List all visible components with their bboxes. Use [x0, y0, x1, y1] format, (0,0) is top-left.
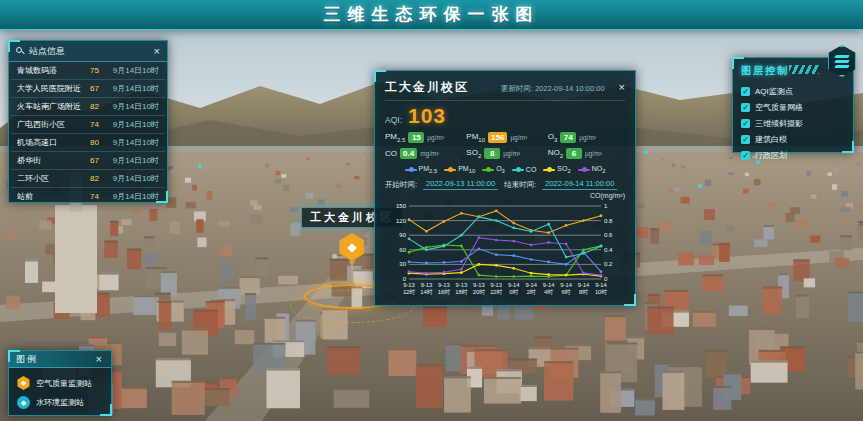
header-bar: 三维生态环保一张图 [0, 0, 863, 30]
checkbox-icon[interactable]: ✓ [741, 119, 750, 128]
svg-text:9-14: 9-14 [543, 282, 555, 288]
chart-legend-item[interactable]: PM10 [444, 165, 475, 174]
legend-item[interactable]: ◆水环境监测站 [17, 393, 103, 412]
station-row[interactable]: 火车站南广场附近829月14日10时 [11, 98, 165, 116]
pollutant-value-badge: 6 [566, 148, 582, 159]
popup-title: 工大金川校区 [385, 79, 469, 96]
svg-text:9-13: 9-13 [490, 282, 502, 288]
chart-legend-item[interactable]: SO2 [543, 165, 570, 174]
checkbox-icon[interactable]: ✓ [741, 135, 750, 144]
station-aqi-value: 74 [81, 192, 103, 201]
svg-text:9-14: 9-14 [508, 282, 520, 288]
legend-dot-icon [547, 167, 552, 172]
legend-marker-icon [405, 169, 417, 171]
station-row[interactable]: 机场高速口809月14日10时 [11, 134, 165, 152]
end-time-input[interactable]: 2022-09-14 11:00:00 [542, 179, 617, 190]
station-update-time: 9月14日10时 [103, 119, 159, 130]
layer-item[interactable]: ✓空气质量网格 [741, 99, 845, 115]
aqi-trend-chart[interactable]: 030609012015000.20.40.60.819-1312时9-1314… [385, 200, 627, 296]
pollutant-unit: µg/m³ [585, 150, 602, 157]
station-aqi-value: 75 [81, 66, 103, 75]
start-time-input[interactable]: 2022-09-13 11:00:00 [423, 179, 498, 190]
legend-dot-icon [582, 167, 587, 172]
layers-icon-bar [834, 55, 850, 58]
station-row[interactable]: 桥华街679月14日10时 [11, 152, 165, 170]
close-icon[interactable]: × [619, 82, 625, 93]
station-row[interactable]: 二环小区829月14日10时 [11, 170, 165, 188]
legend-marker-icon [482, 169, 494, 171]
pollutant-unit: µg/m³ [503, 150, 520, 157]
svg-text:9-13: 9-13 [438, 282, 450, 288]
legend-marker-icon [578, 169, 590, 171]
svg-text:0.8: 0.8 [604, 218, 613, 224]
hexagon-marker-icon: ◆ [17, 376, 30, 390]
svg-text:60: 60 [399, 247, 406, 253]
popup-title-row: 工大金川校区 更新时间: 2022-09-14 10:00:00 × [385, 79, 625, 101]
checkbox-icon[interactable]: ✓ [741, 151, 750, 160]
legend-title: 图例 [16, 353, 38, 366]
pollutant-name: NO2 [548, 148, 563, 159]
pollutant-unit: µg/m³ [510, 134, 527, 141]
pollutant-value-badge: 156 [488, 132, 507, 143]
chart-legend-item[interactable]: O3 [482, 165, 505, 174]
end-time-label: 结束时间: [504, 180, 536, 190]
layer-item[interactable]: ✓建筑白模 [741, 131, 845, 147]
station-name: 青城数码港 [17, 65, 81, 76]
station-row[interactable]: 青城数码港759月14日10时 [11, 62, 165, 80]
stripes-decoration [789, 65, 819, 74]
time-range-row: 开始时间: 2022-09-13 11:00:00 结束时间: 2022-09-… [385, 179, 625, 190]
legend-marker-icon [543, 169, 555, 171]
legend-item-label: 空气质量监测站 [36, 378, 92, 389]
station-aqi-value: 82 [81, 174, 103, 183]
svg-text:18时: 18时 [455, 289, 467, 295]
pollutant-value-badge: 8 [484, 148, 500, 159]
layer-item[interactable]: ✓三维倾斜摄影 [741, 115, 845, 131]
checkbox-icon[interactable]: ✓ [741, 103, 750, 112]
chart-legend-item[interactable]: CO [512, 165, 537, 174]
legend-item-label: 水环境监测站 [36, 397, 84, 408]
station-update-time: 9月14日10时 [103, 155, 159, 166]
svg-text:2时: 2时 [527, 289, 536, 295]
search-icon[interactable] [16, 47, 24, 55]
svg-text:0时: 0时 [509, 289, 518, 295]
legend-dot-icon [516, 167, 521, 172]
legend-item[interactable]: ◆空气质量监测站 [17, 373, 103, 393]
legend-label: PM2.5 [419, 165, 438, 174]
layer-item[interactable]: ✓行政区划 [741, 147, 845, 163]
station-row[interactable]: 站前749月14日10时 [11, 188, 165, 206]
station-aqi-value: 67 [81, 156, 103, 165]
chart-legend-item[interactable]: PM2.5 [405, 165, 438, 174]
station-update-time: 9月14日10时 [103, 65, 159, 76]
chart-legend-item[interactable]: NO2 [578, 165, 606, 174]
svg-text:9-13: 9-13 [456, 282, 468, 288]
aqi-label: AQI: [385, 115, 402, 125]
station-detail-popup: 工大金川校区 更新时间: 2022-09-14 10:00:00 × AQI: … [374, 70, 636, 306]
station-row[interactable]: 大学人民医院附近679月14日10时 [11, 80, 165, 98]
close-icon[interactable]: × [154, 46, 160, 57]
station-aqi-value: 80 [81, 138, 103, 147]
pollutant-name: SO2 [466, 148, 481, 159]
pollutant-value-badge: 15 [408, 132, 424, 143]
station-update-time: 9月14日10时 [103, 83, 159, 94]
svg-text:1: 1 [604, 203, 608, 209]
station-aqi-value: 67 [81, 84, 103, 93]
pollutant-unit: mg/m³ [420, 150, 438, 157]
close-icon[interactable]: × [96, 354, 104, 365]
pollutant-cell: PM10156µg/m³ [466, 132, 543, 143]
svg-text:30: 30 [399, 262, 406, 268]
layer-item[interactable]: ✓AQI监测点 [741, 83, 845, 99]
checkbox-icon[interactable]: ✓ [741, 87, 750, 96]
svg-text:0.6: 0.6 [604, 233, 613, 239]
svg-text:0.4: 0.4 [604, 247, 613, 253]
pollutant-value-badge: 74 [560, 132, 576, 143]
page-title: 三维生态环保一张图 [324, 3, 540, 26]
station-list: 青城数码港759月14日10时大学人民医院附近679月14日10时火车站南广场附… [9, 62, 167, 206]
station-list-panel: 站点信息 × 青城数码港759月14日10时大学人民医院附近679月14日10时… [8, 40, 168, 203]
layer-label: 行政区划 [755, 150, 787, 161]
pollutant-cell: PM2.515µg/m³ [385, 132, 462, 143]
pollutant-cell: SO28µg/m³ [466, 148, 543, 159]
legend-label: PM10 [458, 165, 475, 174]
pollutant-unit: µg/m³ [427, 134, 444, 141]
legend-dot-icon [448, 167, 453, 172]
station-row[interactable]: 广电西街小区749月14日10时 [11, 116, 165, 134]
